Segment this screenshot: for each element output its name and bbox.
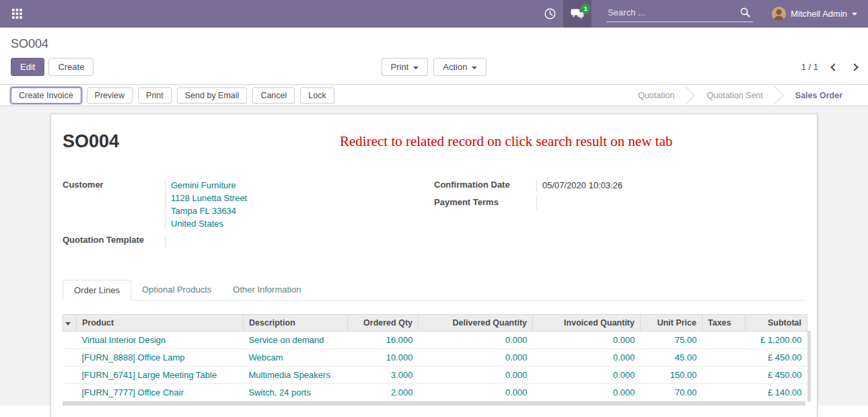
create-button[interactable]: Create (48, 58, 94, 76)
table-header-row: Product Description Ordered Qty Delivere… (63, 315, 807, 332)
cell-product: [FURN_7777] Office Chair (77, 384, 244, 402)
main-content: SO004 Redirect to related record on clic… (0, 106, 868, 406)
table-scrollbar-horizontal[interactable] (63, 402, 805, 406)
user-name: Mitchell Admin (791, 9, 847, 19)
cell-delivered-qty: 0.000 (419, 332, 533, 349)
cell-ordered-qty: 16.000 (348, 332, 419, 349)
cell-delivered-qty: 0.000 (419, 367, 533, 384)
print-button[interactable]: Print (138, 87, 172, 104)
preview-button[interactable]: Preview (87, 87, 133, 104)
column-toggle[interactable] (63, 315, 77, 332)
order-line-row[interactable]: [FURN_6741] Large Meeting Table Multimed… (63, 367, 807, 384)
cell-invoiced-qty: 0.000 (533, 349, 641, 367)
print-dropdown-button[interactable]: Print (382, 58, 429, 76)
notebook-tabs: Order Lines Optional Products Other Info… (63, 280, 805, 301)
customer-value[interactable]: Gemini Furniture 1128 Lunetta Street Tam… (165, 179, 434, 230)
order-lines-table-wrap: Product Description Ordered Qty Delivere… (63, 314, 805, 406)
cell-delivered-qty: 0.000 (419, 349, 533, 367)
order-lines-table: Product Description Ordered Qty Delivere… (63, 314, 807, 402)
pager-value[interactable]: 1 / 1 (801, 62, 818, 72)
cell-taxes (702, 384, 746, 402)
messages-badge: 1 (581, 4, 590, 13)
header-description[interactable]: Description (244, 315, 348, 332)
stage-sales-order[interactable]: Sales Order (779, 85, 859, 106)
quotation-template-value (165, 234, 434, 248)
cell-taxes (702, 367, 746, 384)
create-invoice-button[interactable]: Create Invoice (11, 87, 81, 104)
order-line-row[interactable]: Virtual Interior Design Service on deman… (63, 332, 807, 349)
tab-other-information[interactable]: Other Information (222, 280, 312, 301)
payment-terms-value (536, 196, 805, 210)
tab-order-lines[interactable]: Order Lines (63, 280, 131, 301)
avatar (772, 7, 786, 21)
payment-terms-label: Payment Terms (434, 196, 536, 210)
send-by-email-button[interactable]: Send by Email (177, 87, 248, 104)
chevron-down-icon (65, 322, 71, 326)
cell-unit-price: 45.00 (641, 349, 702, 367)
cell-product: [FURN_8888] Office Lamp (77, 349, 244, 367)
apps-menu-icon[interactable] (7, 0, 28, 28)
sale-order-sheet: SO004 Redirect to related record on clic… (50, 114, 818, 417)
user-menu[interactable]: Mitchell Admin (770, 0, 859, 28)
header-subtotal[interactable]: Subtotal (746, 315, 807, 332)
cell-subtotal: £ 140.00 (746, 384, 807, 402)
lock-button[interactable]: Lock (300, 87, 334, 104)
order-line-row[interactable]: [FURN_7777] Office Chair Switch, 24 port… (63, 384, 807, 402)
action-dropdown-button[interactable]: Action (433, 58, 486, 76)
header-product[interactable]: Product (77, 315, 244, 332)
field-groups: Customer Gemini Furniture 1128 Lunetta S… (63, 179, 805, 252)
tab-optional-products[interactable]: Optional Products (131, 280, 222, 301)
header-unit-price[interactable]: Unit Price (641, 315, 702, 332)
statusbar: Create Invoice Preview Print Send by Ema… (0, 84, 868, 106)
status-stages: Quotation Quotation Sent Sales Order (622, 85, 868, 106)
annotation-text: Redirect to related record on click sear… (340, 133, 672, 150)
quotation-template-label: Quotation Template (63, 234, 165, 248)
search-input[interactable] (606, 5, 737, 20)
header-delivered-quantity[interactable]: Delivered Quantity (419, 315, 533, 332)
customer-line: Tampa FL 33634 (171, 204, 434, 217)
stage-quotation[interactable]: Quotation (622, 85, 690, 106)
stage-quotation-sent[interactable]: Quotation Sent (690, 85, 779, 106)
cell-handle (63, 349, 77, 367)
cell-delivered-qty: 0.000 (419, 384, 533, 402)
pager-next-button[interactable] (851, 63, 858, 71)
cell-description: Switch, 24 ports (244, 384, 348, 402)
header-taxes[interactable]: Taxes (702, 315, 746, 332)
breadcrumb: SO004 (11, 37, 48, 50)
cancel-button[interactable]: Cancel (252, 87, 295, 104)
cell-handle (63, 367, 77, 384)
cell-ordered-qty: 3.000 (348, 367, 419, 384)
chevron-down-icon (472, 67, 477, 69)
edit-button[interactable]: Edit (11, 58, 44, 76)
cell-handle (63, 332, 77, 349)
print-dropdown-label: Print (391, 62, 409, 72)
cell-description: Webcam (244, 349, 348, 367)
order-line-row[interactable]: [FURN_8888] Office Lamp Webcam 10.000 0.… (63, 349, 807, 367)
customer-line: United States (171, 217, 434, 230)
cell-unit-price: 150.00 (641, 367, 702, 384)
cell-subtotal: £ 450.00 (746, 367, 807, 384)
table-scrollbar-vertical[interactable] (807, 331, 811, 402)
cell-taxes (702, 349, 746, 367)
cell-ordered-qty: 2.000 (348, 384, 419, 402)
search-icon[interactable] (737, 7, 753, 17)
cell-description: Service on demand (244, 332, 348, 349)
top-navbar: 1 Mitchell Admin (0, 0, 868, 28)
activities-clock-icon[interactable] (537, 0, 563, 28)
cell-ordered-qty: 10.000 (348, 349, 419, 367)
cell-product: [FURN_6741] Large Meeting Table (77, 367, 244, 384)
header-ordered-qty[interactable]: Ordered Qty (348, 315, 419, 332)
messages-icon[interactable]: 1 (563, 0, 591, 28)
cell-unit-price: 70.00 (641, 384, 702, 402)
navbar-search (606, 5, 753, 22)
header-invoiced-quantity[interactable]: Invoiced Quantity (533, 315, 641, 332)
confirmation-date-label: Confirmation Date (434, 179, 536, 192)
cell-handle (63, 384, 77, 402)
customer-label: Customer (63, 179, 165, 230)
cell-subtotal: £ 450.00 (746, 349, 807, 367)
chevron-down-icon (852, 13, 857, 15)
cell-invoiced-qty: 0.000 (533, 367, 641, 384)
cell-subtotal: £ 1,200.00 (746, 332, 807, 349)
pager-previous-button[interactable] (830, 63, 838, 71)
cell-invoiced-qty: 0.000 (533, 332, 641, 349)
